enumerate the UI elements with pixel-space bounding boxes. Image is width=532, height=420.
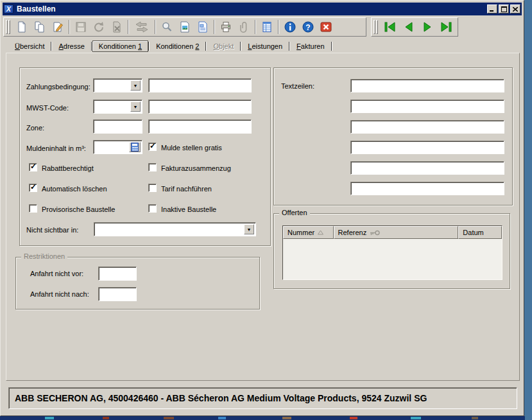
toolbar-separator: [278, 20, 279, 34]
nav-last-icon[interactable]: [436, 19, 455, 35]
toolbar-separator: [128, 20, 129, 34]
toolbar-separator: [155, 20, 156, 34]
save-icon: [72, 19, 90, 35]
zone-label: Zone:: [26, 124, 44, 132]
nav-first-icon[interactable]: [381, 19, 399, 35]
offerten-table-body[interactable]: [283, 239, 502, 279]
nav-next-icon[interactable]: [418, 19, 436, 35]
edit-icon[interactable]: [49, 19, 67, 35]
offerten-table[interactable]: Nummer Referenz Datum: [282, 225, 502, 280]
print-preview-icon[interactable]: [194, 19, 212, 35]
tab-fakturen[interactable]: Fakturen: [290, 40, 330, 52]
close-window-button[interactable]: [510, 4, 520, 13]
offerten-table-header: Nummer Referenz Datum: [283, 226, 502, 239]
desktop-pixels: [45, 417, 54, 419]
offerten-groupbox: Offerten Nummer Referenz Datum: [273, 213, 510, 289]
provisorische-baustelle-label: Provisorische Baustelle: [42, 206, 115, 213]
app-icon: X: [4, 4, 13, 13]
new-document-icon[interactable]: [13, 19, 31, 35]
column-header-referenz[interactable]: Referenz: [334, 226, 459, 239]
mwst-code-combobox[interactable]: ▼: [93, 100, 142, 114]
anfahrt-nicht-vor-field[interactable]: [98, 267, 137, 281]
tab-uebersicht[interactable]: Übersicht: [8, 40, 51, 52]
desktop-pixels: [164, 417, 174, 419]
toolbar-separator: [69, 20, 70, 34]
fakturazusammenzug-checkbox[interactable]: [148, 163, 157, 171]
search-icon[interactable]: [158, 19, 176, 35]
provisorische-baustelle-checkbox[interactable]: [29, 204, 37, 213]
desktop-background-bottom: [0, 416, 525, 420]
textzeile-6-field[interactable]: [350, 182, 504, 195]
column-header-nummer[interactable]: Nummer: [283, 226, 334, 239]
desktop-pixels: [472, 417, 478, 419]
inaktive-baustelle-checkbox[interactable]: [148, 204, 157, 213]
main-toolbar: ?: [3, 17, 366, 37]
nav-previous-icon[interactable]: [399, 19, 418, 35]
tab-konditionen-2[interactable]: Konditionen 2: [150, 40, 205, 52]
konditionen-groupbox: Zahlungsbedingung: ▼ MWST-Code: ▼ Zone: …: [19, 67, 271, 246]
tab-objekt: Objekt: [207, 40, 240, 52]
restriktionen-groupbox: Restriktionen Anfahrt nicht vor: Anfahrt…: [15, 257, 260, 310]
minimize-button[interactable]: [487, 4, 497, 13]
textzeile-2-field[interactable]: [350, 100, 504, 113]
mulde-stellen-gratis-label: Mulde stellen gratis: [161, 144, 222, 152]
info-icon[interactable]: [281, 19, 299, 35]
textzeile-5-field[interactable]: [350, 161, 504, 175]
tab-konditionen-1[interactable]: Konditionen 1: [92, 40, 148, 52]
tab-leistungen[interactable]: Leistungen: [241, 40, 289, 52]
column-header-datum[interactable]: Datum: [458, 226, 502, 239]
chevron-down-icon[interactable]: ▼: [130, 80, 141, 91]
help-icon[interactable]: ?: [299, 19, 317, 35]
desktop-pixels: [103, 417, 109, 419]
nicht-sichtbar-dropdown[interactable]: ▼: [94, 222, 256, 236]
textzeile-3-field[interactable]: [350, 120, 504, 134]
mulde-stellen-gratis-checkbox[interactable]: [148, 143, 157, 151]
toolbar-row: ?: [3, 17, 523, 37]
copy-icon[interactable]: [31, 19, 49, 35]
print-icon[interactable]: [217, 19, 235, 35]
restriktionen-title: Restriktionen: [21, 252, 67, 260]
zone-text-field[interactable]: [148, 119, 252, 134]
statusbar-text: ABB SECHERON AG, 4500426460 - ABB Sécher…: [15, 393, 427, 403]
rabattberechtigt-label: Rabattberechtigt: [42, 164, 94, 172]
close-icon[interactable]: [317, 19, 335, 35]
inaktive-baustelle-label: Inaktive Baustelle: [161, 206, 216, 213]
desktop-pixels: [411, 417, 421, 419]
delete-document-icon: [108, 19, 126, 35]
fakturazusammenzug-label: Fakturazusammenzug: [161, 164, 231, 172]
tab-adresse[interactable]: Adresse: [52, 40, 90, 52]
chevron-down-icon[interactable]: ▼: [244, 224, 254, 234]
rabattberechtigt-checkbox[interactable]: [29, 163, 37, 171]
anfahrt-nicht-nach-field[interactable]: [98, 287, 137, 301]
zahlungsbedingung-combobox[interactable]: ▼: [93, 78, 142, 92]
maximize-button[interactable]: [499, 4, 509, 13]
zahlungsbedingung-text-field[interactable]: [148, 78, 252, 92]
calculator-icon[interactable]: [129, 142, 141, 152]
zone-code-field[interactable]: [93, 119, 142, 134]
textzeilen-groupbox: Textzeilen:: [273, 67, 513, 206]
muldeninhalt-label: Muldeninhalt in m³:: [26, 144, 86, 152]
toolbar-gripper[interactable]: [6, 20, 10, 34]
muldeninhalt-field[interactable]: [93, 140, 142, 154]
chevron-down-icon[interactable]: ▼: [130, 101, 141, 112]
application-window: X Baustellen: [0, 0, 524, 416]
automatisch-loeschen-checkbox[interactable]: [29, 184, 37, 192]
nav-toolbar: [371, 17, 458, 37]
titlebar: X Baustellen: [3, 3, 522, 15]
tab-separator: [331, 42, 332, 51]
desktop-pixels: [350, 417, 357, 419]
toolbar-separator: [214, 20, 215, 34]
tarif-nachfuehren-label: Tarif nachführen: [161, 185, 212, 193]
textzeile-4-field[interactable]: [350, 141, 504, 154]
image-icon[interactable]: [176, 19, 194, 35]
toolbar-separator: [255, 20, 256, 34]
tarif-nachfuehren-checkbox[interactable]: [148, 184, 157, 192]
textzeile-1-field[interactable]: [350, 79, 504, 92]
desktop-pixels: [282, 417, 291, 419]
toolbar-gripper[interactable]: [373, 20, 378, 34]
mwst-text-field[interactable]: [148, 100, 252, 114]
table-view-icon[interactable]: [258, 19, 276, 35]
desktop-background: [524, 0, 532, 420]
textzeilen-label: Textzeilen:: [281, 82, 314, 90]
nicht-sichtbar-label: Nicht sichtbar in:: [26, 226, 78, 234]
